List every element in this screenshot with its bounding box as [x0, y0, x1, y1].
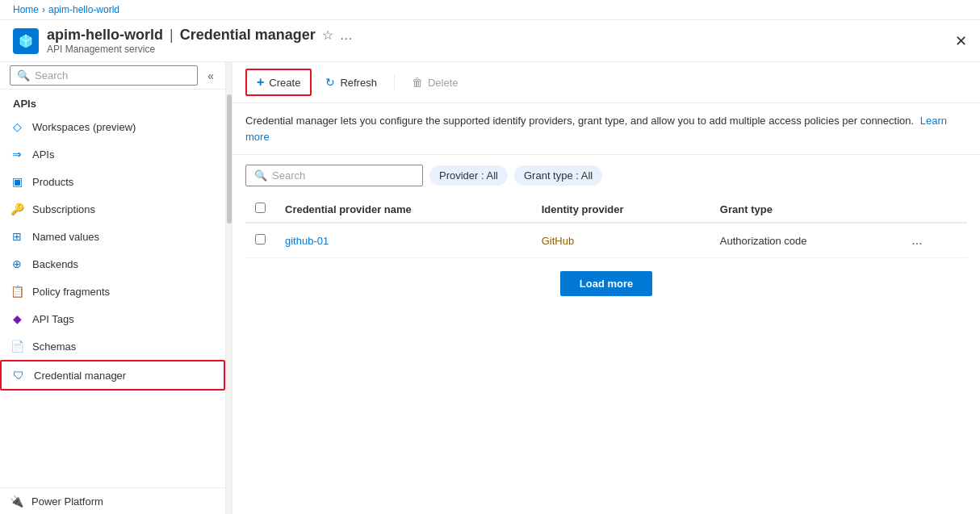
identity-provider-value: GitHub [542, 235, 574, 247]
delete-label: Delete [428, 77, 459, 89]
credential-manager-icon: 🛡 [11, 368, 26, 382]
named-values-icon: ⊞ [10, 229, 24, 244]
sidebar-item-api-tags[interactable]: ◆ API Tags [0, 305, 225, 332]
sidebar-item-named-values[interactable]: ⊞ Named values [0, 223, 225, 250]
sidebar-footer-label: Power Platform [31, 495, 103, 508]
sidebar-footer-power-platform[interactable]: 🔌 Power Platform [0, 487, 225, 514]
row-checkbox[interactable] [255, 234, 266, 244]
toolbar-separator [394, 74, 395, 90]
breadcrumb-current[interactable]: apim-hello-world [48, 4, 119, 15]
row-checkbox-cell [245, 223, 275, 258]
app-logo [13, 28, 39, 54]
row-name: github-01 [275, 223, 532, 258]
refresh-label: Refresh [340, 77, 377, 89]
schemas-icon: 📄 [10, 339, 24, 353]
sidebar-item-label: Workspaces (preview) [32, 121, 136, 133]
policy-fragments-icon: 📋 [10, 284, 24, 299]
refresh-button[interactable]: ↻ Refresh [315, 70, 387, 94]
breadcrumb-separator: › [42, 4, 45, 15]
sidebar-item-credential-manager[interactable]: 🛡 Credential manager [0, 360, 225, 391]
resource-subtitle: API Management service [47, 44, 947, 55]
create-label: Create [269, 77, 300, 89]
sidebar-apis-header: APIs [0, 90, 225, 113]
credentials-table: Credential provider name Identity provid… [245, 196, 967, 258]
credential-name-link[interactable]: github-01 [285, 235, 329, 247]
sidebar-item-label: Named values [32, 231, 99, 243]
filter-search-input[interactable] [272, 169, 393, 182]
create-icon: + [257, 75, 264, 90]
sidebar-item-label: Products [32, 176, 73, 188]
sidebar-item-label: APIs [32, 148, 54, 161]
page-title: Credential manager [180, 27, 316, 44]
select-all-header [245, 196, 275, 223]
apis-icon: ⇒ [10, 147, 24, 161]
filter-search-box: 🔍 [245, 165, 423, 186]
col-header-grant: Grant type [710, 196, 897, 223]
sidebar-item-workspaces[interactable]: ◇ Workspaces (preview) [0, 113, 225, 140]
sidebar-item-label: Credential manager [34, 370, 126, 382]
table-container: Credential provider name Identity provid… [232, 196, 980, 514]
sidebar-item-label: Schemas [32, 341, 76, 353]
col-header-identity: Identity provider [532, 196, 710, 223]
sidebar-item-subscriptions[interactable]: 🔑 Subscriptions [0, 195, 225, 223]
provider-filter-label: Provider : All [439, 169, 498, 182]
grant-type-value: Authorization code [720, 235, 807, 247]
sidebar-item-policy-fragments[interactable]: 📋 Policy fragments [0, 278, 225, 305]
provider-filter-pill[interactable]: Provider : All [429, 165, 508, 186]
more-options-button[interactable]: … [340, 28, 353, 43]
api-tags-icon: ◆ [10, 311, 24, 326]
products-icon: ▣ [10, 174, 24, 189]
main-content: + Create ↻ Refresh 🗑 Delete Credential m… [232, 62, 980, 514]
resource-name: apim-hello-world [47, 27, 163, 44]
row-identity: GitHub [532, 223, 710, 258]
star-button[interactable]: ☆ [322, 27, 333, 43]
delete-icon: 🗑 [412, 76, 423, 89]
sidebar-search-input[interactable] [35, 69, 191, 81]
col-header-name: Credential provider name [275, 196, 532, 223]
load-more-button[interactable]: Load more [560, 271, 652, 296]
row-actions-cell: ... [897, 223, 967, 258]
workspaces-icon: ◇ [10, 119, 24, 134]
row-grant: Authorization code [710, 223, 897, 258]
refresh-icon: ↻ [325, 76, 335, 89]
subscriptions-icon: 🔑 [10, 202, 24, 216]
grant-type-filter-label: Grant type : All [524, 169, 593, 182]
sidebar-collapse-button[interactable]: « [201, 66, 220, 86]
col-header-actions [897, 196, 967, 223]
sidebar-item-backends[interactable]: ⊕ Backends [0, 250, 225, 278]
row-more-button[interactable]: ... [907, 232, 927, 249]
backends-icon: ⊕ [10, 257, 24, 271]
sidebar-item-products[interactable]: ▣ Products [0, 168, 225, 195]
load-more-area: Load more [245, 258, 967, 309]
breadcrumb-home[interactable]: Home [13, 4, 39, 15]
table-row: github-01 GitHub Authorization code ... [245, 223, 967, 258]
filter-search-icon: 🔍 [254, 169, 267, 182]
sidebar-nav: ◇ Workspaces (preview) ⇒ APIs ▣ Products… [0, 113, 225, 487]
sidebar-scrollbar[interactable] [227, 94, 232, 224]
sidebar-item-label: API Tags [32, 313, 74, 325]
sidebar-item-schemas[interactable]: 📄 Schemas [0, 332, 225, 360]
title-separator: | [170, 27, 174, 44]
sidebar-item-label: Backends [32, 258, 78, 270]
grant-type-filter-pill[interactable]: Grant type : All [514, 165, 602, 186]
delete-button[interactable]: 🗑 Delete [401, 70, 469, 94]
filter-bar: 🔍 Provider : All Grant type : All [232, 155, 980, 196]
info-text: Credential manager lets you configure th… [245, 115, 914, 127]
close-button[interactable]: ✕ [955, 32, 967, 50]
create-button[interactable]: + Create [245, 69, 312, 96]
sidebar-item-label: Subscriptions [32, 203, 95, 215]
sidebar-search-icon: 🔍 [17, 69, 30, 81]
content-toolbar: + Create ↻ Refresh 🗑 Delete [232, 62, 980, 103]
page-header: apim-hello-world | Credential manager ☆ … [47, 27, 947, 55]
select-all-checkbox[interactable] [255, 203, 266, 213]
sidebar-item-apis[interactable]: ⇒ APIs [0, 140, 225, 168]
power-platform-icon: 🔌 [10, 495, 23, 508]
info-section: Credential manager lets you configure th… [232, 103, 980, 155]
sidebar-item-label: Policy fragments [32, 286, 110, 298]
